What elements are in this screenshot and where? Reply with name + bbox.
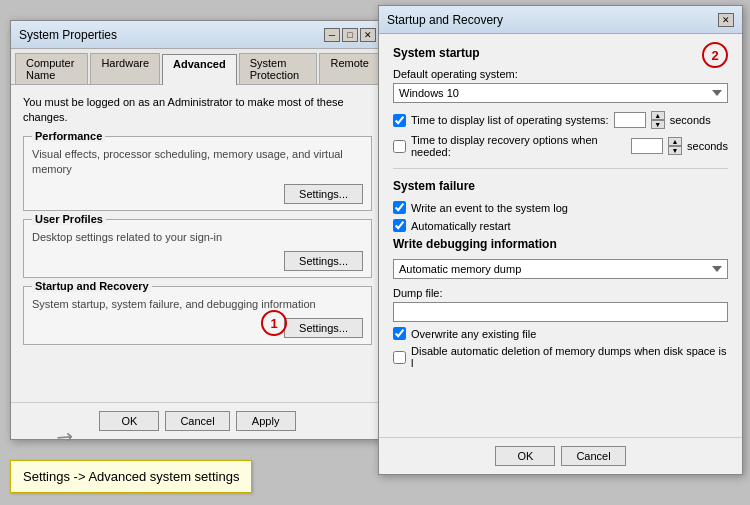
recovery-options-value[interactable]: 30 xyxy=(631,138,663,154)
annotation-box: Settings -> Advanced system settings xyxy=(10,460,252,493)
window-controls: ─ □ ✕ xyxy=(324,28,376,42)
sr-cancel-button[interactable]: Cancel xyxy=(561,446,625,466)
tabs-bar: Computer Name Hardware Advanced System P… xyxy=(11,49,384,85)
user-profiles-btn-row: Settings... xyxy=(32,251,363,271)
annotation-text: Settings -> Advanced system settings xyxy=(23,469,239,484)
auto-restart-checkbox[interactable] xyxy=(393,219,406,232)
auto-restart-label: Automatically restart xyxy=(411,220,511,232)
badge-2: 2 xyxy=(702,42,728,68)
maximize-button[interactable]: □ xyxy=(342,28,358,42)
display-list-checkbox[interactable] xyxy=(393,114,406,127)
display-list-spinner: ▲ ▼ xyxy=(651,111,665,129)
divider-1 xyxy=(393,168,728,169)
startup-recovery-section: Startup and Recovery System startup, sys… xyxy=(23,286,372,345)
disable-deletion-row: Disable automatic deletion of memory dum… xyxy=(393,345,728,369)
display-list-suffix: seconds xyxy=(670,114,711,126)
recovery-options-suffix: seconds xyxy=(687,140,728,152)
startup-recovery-window: Startup and Recovery ✕ 2 System startup … xyxy=(378,5,743,475)
overwrite-row: Overwrite any existing file xyxy=(393,327,728,340)
display-list-value[interactable]: 10 xyxy=(614,112,646,128)
dump-file-input[interactable]: %SystemRoot%\MEMORY.DMP xyxy=(393,302,728,322)
sr-window-controls: ✕ xyxy=(718,13,734,27)
startup-recovery-title: Startup and Recovery xyxy=(32,280,152,292)
system-startup-header: System startup xyxy=(393,46,728,60)
write-event-row: Write an event to the system log xyxy=(393,201,728,214)
disable-deletion-checkbox[interactable] xyxy=(393,351,406,364)
write-event-checkbox[interactable] xyxy=(393,201,406,214)
startup-recovery-description: System startup, system failure, and debu… xyxy=(32,297,363,312)
user-profiles-section: User Profiles Desktop settings related t… xyxy=(23,219,372,278)
sr-content: 2 System startup Default operating syste… xyxy=(379,34,742,386)
sp-apply-button[interactable]: Apply xyxy=(236,411,296,431)
display-list-down[interactable]: ▼ xyxy=(651,120,665,129)
user-profiles-settings-button[interactable]: Settings... xyxy=(284,251,363,271)
performance-btn-row: Settings... xyxy=(32,184,363,204)
sr-close-button[interactable]: ✕ xyxy=(718,13,734,27)
system-failure-area: System failure Write an event to the sys… xyxy=(393,179,728,232)
recovery-options-row: Time to display recovery options when ne… xyxy=(393,134,728,158)
sr-titlebar: Startup and Recovery ✕ xyxy=(379,6,742,34)
overwrite-label: Overwrite any existing file xyxy=(411,328,536,340)
display-list-label: Time to display list of operating system… xyxy=(411,114,609,126)
system-properties-title: System Properties xyxy=(19,28,117,42)
auto-restart-row: Automatically restart xyxy=(393,219,728,232)
sr-ok-button[interactable]: OK xyxy=(495,446,555,466)
default-os-dropdown[interactable]: Windows 10 xyxy=(393,83,728,103)
recovery-options-up[interactable]: ▲ xyxy=(668,137,682,146)
debugging-header: Write debugging information xyxy=(393,237,728,251)
admin-note: You must be logged on as an Administrato… xyxy=(23,95,372,126)
recovery-options-checkbox[interactable] xyxy=(393,140,406,153)
startup-recovery-settings-button[interactable]: Settings... xyxy=(284,318,363,338)
write-event-label: Write an event to the system log xyxy=(411,202,568,214)
debugging-area: Write debugging information Automatic me… xyxy=(393,237,728,369)
tab-advanced[interactable]: Advanced xyxy=(162,54,237,85)
recovery-options-down[interactable]: ▼ xyxy=(668,146,682,155)
debugging-dropdown[interactable]: Automatic memory dump xyxy=(393,259,728,279)
sr-title: Startup and Recovery xyxy=(387,13,503,27)
startup-recovery-btn-row: 1 Settings... xyxy=(32,318,363,338)
performance-description: Visual effects, processor scheduling, me… xyxy=(32,147,363,178)
recovery-options-spinner: ▲ ▼ xyxy=(668,137,682,155)
system-failure-header: System failure xyxy=(393,179,728,193)
user-profiles-description: Desktop settings related to your sign-in xyxy=(32,230,363,245)
overwrite-checkbox[interactable] xyxy=(393,327,406,340)
sr-footer: OK Cancel xyxy=(379,437,742,474)
close-button[interactable]: ✕ xyxy=(360,28,376,42)
sp-ok-button[interactable]: OK xyxy=(99,411,159,431)
minimize-button[interactable]: ─ xyxy=(324,28,340,42)
dump-file-label: Dump file: xyxy=(393,287,728,299)
tab-hardware[interactable]: Hardware xyxy=(90,53,160,84)
tab-system-protection[interactable]: System Protection xyxy=(239,53,318,84)
system-properties-window: System Properties ─ □ ✕ Computer Name Ha… xyxy=(10,20,385,440)
tab-remote[interactable]: Remote xyxy=(319,53,380,84)
sp-cancel-button[interactable]: Cancel xyxy=(165,411,229,431)
display-list-up[interactable]: ▲ xyxy=(651,111,665,120)
sp-content: You must be logged on as an Administrato… xyxy=(11,85,384,363)
system-startup-area: 2 System startup Default operating syste… xyxy=(393,46,728,158)
default-os-label: Default operating system: xyxy=(393,68,728,80)
performance-section: Performance Visual effects, processor sc… xyxy=(23,136,372,211)
recovery-options-label: Time to display recovery options when ne… xyxy=(411,134,626,158)
disable-deletion-label: Disable automatic deletion of memory dum… xyxy=(411,345,728,369)
performance-title: Performance xyxy=(32,130,105,142)
user-profiles-title: User Profiles xyxy=(32,213,106,225)
tab-computer-name[interactable]: Computer Name xyxy=(15,53,88,84)
display-list-row: Time to display list of operating system… xyxy=(393,111,728,129)
performance-settings-button[interactable]: Settings... xyxy=(284,184,363,204)
system-properties-titlebar: System Properties ─ □ ✕ xyxy=(11,21,384,49)
